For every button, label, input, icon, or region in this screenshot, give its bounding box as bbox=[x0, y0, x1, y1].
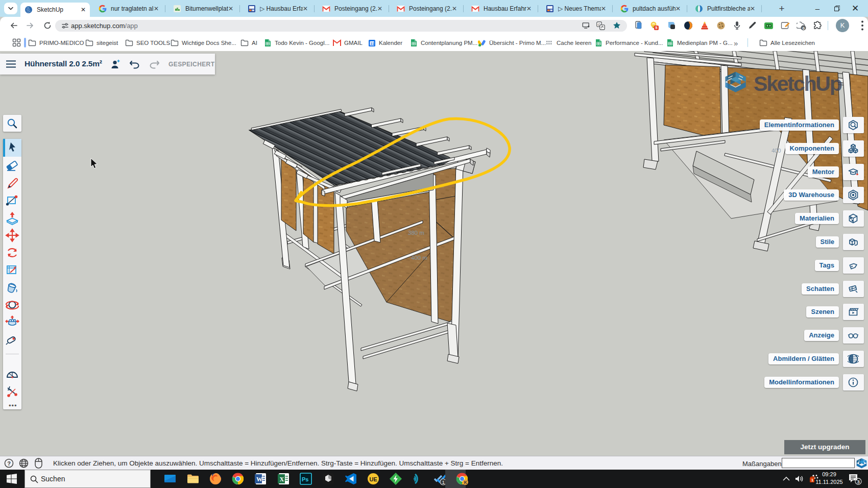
svg-text:380 m: 380 m bbox=[408, 230, 424, 236]
svg-text:?: ? bbox=[7, 460, 11, 467]
svg-text:5: 5 bbox=[655, 26, 657, 30]
svg-text:1: 1 bbox=[442, 480, 445, 485]
svg-text:X: X bbox=[280, 476, 284, 483]
svg-text:Ps: Ps bbox=[302, 476, 308, 482]
svg-text:UE: UE bbox=[370, 476, 377, 482]
svg-text:3: 3 bbox=[857, 479, 860, 484]
svg-text:SketchUp: SketchUp bbox=[754, 72, 842, 95]
svg-text:400 m: 400 m bbox=[411, 255, 427, 261]
svg-text:K: K bbox=[464, 480, 468, 485]
svg-text:31: 31 bbox=[371, 41, 375, 45]
svg-text:0: 0 bbox=[803, 26, 805, 31]
svg-text:400: 400 bbox=[771, 148, 781, 154]
svg-text:W: W bbox=[256, 476, 262, 483]
